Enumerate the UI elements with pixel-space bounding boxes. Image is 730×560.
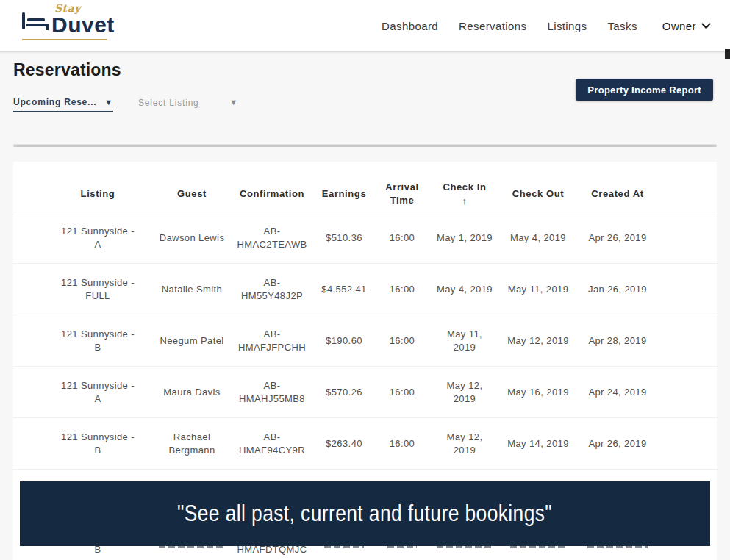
owner-menu[interactable]: Owner bbox=[662, 19, 711, 32]
cell-confirmation: AB-HMAC2TEAWB bbox=[231, 212, 313, 263]
column-header-created-at[interactable]: Created At bbox=[576, 176, 659, 212]
cell-arrival-time: 16:00 bbox=[375, 212, 429, 263]
cell-confirmation: AB-HMAFJFPCHH bbox=[231, 315, 313, 366]
owner-menu-label: Owner bbox=[662, 20, 696, 32]
table-row[interactable]: 121 Sunnyside - B Neegum Patel AB-HMAFJF… bbox=[13, 315, 717, 366]
cell-check-out: May 14, 2019 bbox=[500, 418, 576, 469]
nav-tasks[interactable]: Tasks bbox=[607, 20, 637, 32]
quote-banner: "See all past, current and future bookin… bbox=[20, 481, 710, 546]
cell-earnings: $4,552.41 bbox=[313, 264, 375, 315]
cell-confirmation: AB-HMAHJ55MB8 bbox=[231, 367, 313, 417]
cell-listing: 121 Sunnyside - A bbox=[43, 212, 153, 263]
cell-listing: 121 Sunnyside - B bbox=[43, 315, 153, 366]
bed-icon bbox=[22, 12, 49, 34]
cell-confirmation: AB-HMAF94CY9R bbox=[231, 418, 313, 469]
nav-reservations[interactable]: Reservations bbox=[459, 20, 526, 32]
section-divider bbox=[13, 144, 717, 147]
nav-listings[interactable]: Listings bbox=[547, 20, 587, 32]
cell-created-at: Apr 26, 2019 bbox=[576, 212, 659, 263]
listing-filter-dropdown[interactable]: Select Listing ▼ bbox=[138, 97, 238, 112]
cell-earnings: $263.40 bbox=[313, 418, 375, 469]
cell-check-out: May 11, 2019 bbox=[500, 264, 576, 315]
cell-earnings: $510.36 bbox=[313, 212, 375, 263]
cell-guest: Neegum Patel bbox=[153, 315, 231, 366]
cell-listing: 121 Sunnyside - FULL bbox=[43, 264, 153, 315]
cell-created-at: Apr 26, 2019 bbox=[576, 418, 659, 469]
cell-arrival-time: 16:00 bbox=[375, 315, 429, 366]
cell-created-at: Apr 24, 2019 bbox=[576, 367, 659, 417]
nav-dashboard[interactable]: Dashboard bbox=[382, 20, 438, 32]
cell-check-in: May 11, 2019 bbox=[429, 315, 500, 366]
reservation-filter-dropdown[interactable]: Upcoming Rese... ▼ bbox=[13, 97, 113, 112]
column-header-check-in[interactable]: Check In ↑ bbox=[429, 176, 500, 212]
listing-filter-placeholder: Select Listing bbox=[138, 98, 199, 108]
cell-created-at: Jan 26, 2019 bbox=[576, 264, 659, 315]
logo-underline bbox=[22, 39, 107, 40]
cell-created-at: Apr 28, 2019 bbox=[576, 315, 659, 366]
column-header-arrival-time[interactable]: Arrival Time bbox=[375, 176, 429, 212]
table-row[interactable]: 121 Sunnyside - B Rachael Bergmann AB-HM… bbox=[13, 417, 717, 469]
cell-earnings: $190.60 bbox=[313, 315, 375, 366]
caret-down-icon: ▼ bbox=[104, 98, 113, 107]
quote-text: "See all past, current and future bookin… bbox=[177, 500, 552, 527]
column-header-check-out[interactable]: Check Out bbox=[500, 176, 576, 212]
scrollbar-thumb[interactable] bbox=[725, 49, 730, 59]
cell-arrival-time: 16:00 bbox=[375, 264, 429, 315]
cell-arrival-time: 16:00 bbox=[375, 367, 429, 417]
table-row[interactable]: 121 Sunnyside - A Maura Davis AB-HMAHJ55… bbox=[13, 366, 717, 417]
cell-check-in: May 4, 2019 bbox=[429, 264, 500, 315]
stay-duvet-logo[interactable]: Stay Duvet bbox=[22, 12, 115, 40]
cell-check-out: May 16, 2019 bbox=[500, 367, 576, 417]
sort-ascending-icon: ↑ bbox=[462, 195, 467, 208]
cell-check-out: May 4, 2019 bbox=[500, 212, 576, 263]
top-navigation-bar: Stay Duvet Dashboard Reservations Listin… bbox=[0, 0, 730, 52]
cell-listing: 121 Sunnyside - B bbox=[43, 418, 153, 469]
column-header-listing[interactable]: Listing bbox=[43, 176, 153, 212]
table-row[interactable]: 121 Sunnyside - FULL Natalie Smith AB-HM… bbox=[13, 263, 717, 315]
column-header-confirmation[interactable]: Confirmation bbox=[231, 176, 313, 212]
reservation-filter-value: Upcoming Rese... bbox=[13, 97, 97, 107]
brand-stay-script: Stay bbox=[54, 2, 81, 14]
property-income-report-button[interactable]: Property Income Report bbox=[576, 79, 713, 101]
cell-check-in: May 12, 2019 bbox=[429, 418, 500, 469]
chevron-down-icon bbox=[701, 19, 711, 32]
cell-guest: Rachael Bergmann bbox=[153, 418, 231, 469]
page-title: Reservations bbox=[13, 60, 121, 80]
main-nav: Dashboard Reservations Listings Tasks Ow… bbox=[382, 19, 711, 32]
table-header-row: Listing Guest Confirmation Earnings Arri… bbox=[13, 162, 717, 212]
cell-earnings: $570.26 bbox=[313, 367, 375, 417]
filters-row: Upcoming Rese... ▼ Select Listing ▼ bbox=[13, 97, 238, 112]
table-row[interactable]: 121 Sunnyside - A Dawson Lewis AB-HMAC2T… bbox=[13, 212, 717, 263]
cell-check-out: May 12, 2019 bbox=[500, 315, 576, 366]
cell-arrival-time: 16:00 bbox=[375, 418, 429, 469]
caret-down-icon: ▼ bbox=[229, 98, 238, 107]
brand-name: Duvet bbox=[51, 14, 115, 36]
column-header-guest[interactable]: Guest bbox=[153, 176, 231, 212]
cell-guest: Natalie Smith bbox=[153, 264, 231, 315]
cell-listing: 121 Sunnyside - A bbox=[43, 367, 153, 417]
cell-confirmation: AB-HM55Y48J2P bbox=[231, 264, 313, 315]
cell-guest: Dawson Lewis bbox=[153, 212, 231, 263]
cell-check-in: May 12, 2019 bbox=[429, 367, 500, 417]
cell-guest: Maura Davis bbox=[153, 367, 231, 417]
cell-check-in: May 1, 2019 bbox=[429, 212, 500, 263]
column-header-earnings[interactable]: Earnings bbox=[313, 176, 375, 212]
